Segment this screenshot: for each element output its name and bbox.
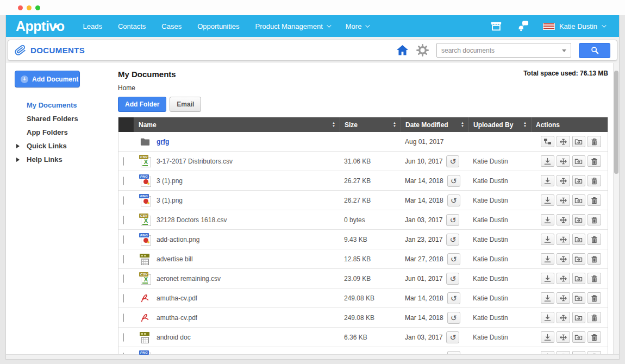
download-button[interactable]: [541, 194, 554, 206]
copy-to-folder-button[interactable]: [572, 253, 586, 265]
rename-button[interactable]: [557, 273, 570, 284]
store-icon[interactable]: [490, 20, 503, 32]
row-checkbox[interactable]: [123, 255, 124, 263]
copy-to-folder-button[interactable]: [572, 136, 586, 147]
download-button[interactable]: [541, 234, 554, 245]
user-menu[interactable]: Katie Dustin: [543, 22, 605, 30]
move-button[interactable]: [541, 136, 554, 147]
home-icon[interactable]: [396, 45, 409, 56]
download-button[interactable]: [541, 175, 554, 186]
download-button[interactable]: [541, 331, 554, 343]
close-window-icon[interactable]: [18, 5, 23, 10]
nav-item-cases[interactable]: Cases: [161, 22, 182, 30]
delete-button[interactable]: [588, 331, 601, 343]
sidebar-item-app-folders[interactable]: App Folders: [15, 125, 112, 139]
add-folder-button[interactable]: Add Folder: [118, 97, 166, 112]
download-button[interactable]: [541, 253, 554, 265]
column-header-name[interactable]: Name ▲▼: [134, 117, 340, 132]
rename-button[interactable]: [557, 331, 570, 343]
rename-button[interactable]: [557, 214, 570, 225]
delete-button[interactable]: [588, 214, 601, 225]
sort-icon[interactable]: ▲▼: [520, 122, 527, 128]
sort-icon[interactable]: ▲▼: [390, 122, 396, 128]
minimize-window-icon[interactable]: [27, 5, 32, 10]
dropdown-caret-icon[interactable]: [562, 49, 566, 52]
delete-button[interactable]: [588, 273, 601, 284]
column-header-date-modified[interactable]: Date Modified ▲▼: [401, 117, 468, 132]
row-checkbox[interactable]: [123, 157, 124, 166]
nav-item-leads[interactable]: Leads: [83, 22, 102, 30]
copy-to-folder-button[interactable]: [572, 155, 586, 167]
search-button[interactable]: [579, 43, 610, 58]
rename-button[interactable]: [557, 194, 570, 206]
row-checkbox[interactable]: [123, 177, 124, 185]
rename-button[interactable]: [557, 312, 570, 323]
download-button[interactable]: [541, 214, 554, 225]
copy-to-folder-button[interactable]: [572, 214, 586, 225]
rename-button[interactable]: [557, 234, 570, 245]
sort-icon[interactable]: ▲▼: [458, 122, 464, 128]
delete-button[interactable]: [588, 175, 601, 186]
row-checkbox[interactable]: [123, 216, 124, 224]
history-button[interactable]: ↺: [446, 331, 459, 343]
nav-item-contacts[interactable]: Contacts: [118, 22, 146, 30]
delete-button[interactable]: [588, 136, 601, 147]
vertical-scrollbar[interactable]: [613, 63, 619, 360]
rename-button[interactable]: [557, 175, 570, 186]
download-button[interactable]: [541, 292, 554, 304]
sidebar-item-help-links[interactable]: Help Links: [15, 153, 112, 166]
row-checkbox[interactable]: [123, 235, 124, 244]
download-button[interactable]: [541, 273, 554, 284]
history-button[interactable]: ↺: [446, 273, 459, 285]
history-button[interactable]: ↺: [446, 155, 459, 167]
row-checkbox[interactable]: [123, 274, 124, 283]
download-button[interactable]: [541, 155, 554, 167]
apptivo-logo[interactable]: Apptivo: [16, 18, 65, 34]
nav-item-more[interactable]: More: [346, 22, 369, 30]
delete-button[interactable]: [588, 312, 601, 323]
history-button[interactable]: ↺: [447, 175, 460, 187]
breadcrumb[interactable]: Home: [118, 84, 608, 92]
delete-button[interactable]: [588, 234, 601, 245]
rename-button[interactable]: [557, 292, 570, 304]
download-button[interactable]: [541, 312, 554, 323]
sidebar-item-shared-folders[interactable]: Shared Folders: [15, 112, 112, 125]
nav-item-opportunities[interactable]: Opportunities: [197, 22, 239, 30]
copy-to-folder-button[interactable]: [572, 331, 586, 343]
copy-to-folder-button[interactable]: [572, 194, 586, 206]
history-button[interactable]: ↺: [447, 312, 460, 324]
sidebar-item-my-documents[interactable]: My Documents: [15, 98, 112, 112]
copy-to-folder-button[interactable]: [572, 175, 586, 186]
horizontal-scrollbar[interactable]: [6, 354, 619, 359]
row-checkbox[interactable]: [123, 294, 124, 303]
copy-to-folder-button[interactable]: [572, 234, 586, 245]
column-header-size[interactable]: Size ▲▼: [340, 117, 401, 132]
row-checkbox[interactable]: [123, 196, 124, 205]
copy-to-folder-button[interactable]: [572, 292, 586, 304]
copy-to-folder-button[interactable]: [572, 312, 586, 323]
column-header-uploaded-by[interactable]: Uploaded By ▲▼: [468, 117, 531, 132]
rename-button[interactable]: [557, 155, 570, 167]
history-button[interactable]: ↺: [447, 253, 460, 265]
gear-icon[interactable]: [416, 44, 429, 57]
scrollbar-thumb[interactable]: [614, 71, 618, 174]
copy-to-folder-button[interactable]: [572, 273, 586, 284]
history-button[interactable]: ↺: [447, 292, 460, 304]
delete-button[interactable]: [588, 155, 601, 167]
row-checkbox[interactable]: [123, 333, 124, 342]
nav-item-product-management[interactable]: Product Management: [255, 22, 329, 30]
history-button[interactable]: ↺: [446, 214, 459, 226]
rename-button[interactable]: [557, 136, 570, 147]
rename-button[interactable]: [557, 253, 570, 265]
maximize-window-icon[interactable]: [35, 5, 40, 10]
history-button[interactable]: ↺: [447, 194, 460, 206]
history-button[interactable]: ↺: [446, 234, 459, 246]
delete-button[interactable]: [588, 194, 601, 206]
folder-link[interactable]: grfg: [157, 138, 169, 146]
add-document-button[interactable]: + Add Document: [15, 71, 80, 87]
email-button[interactable]: Email: [170, 97, 201, 112]
delete-button[interactable]: [588, 292, 601, 304]
sidebar-item-quick-links[interactable]: Quick Links: [15, 139, 112, 153]
search-input[interactable]: [436, 43, 571, 58]
row-checkbox[interactable]: [123, 313, 124, 322]
